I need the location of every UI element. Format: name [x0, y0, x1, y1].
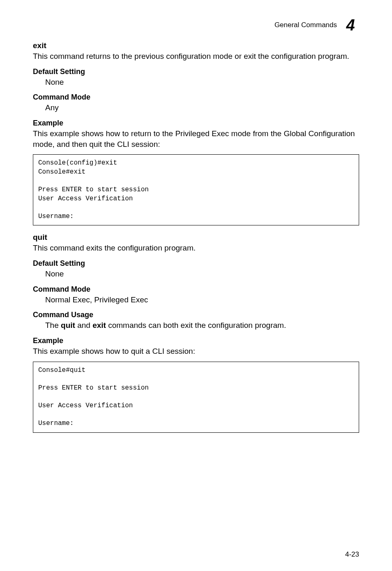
command-mode-heading: Command Mode: [33, 285, 359, 294]
page-header: General Commands 4: [33, 16, 359, 34]
command-usage-heading: Command Usage: [33, 311, 359, 319]
page-container: General Commands 4 exit This command ret…: [0, 0, 392, 571]
command-mode-value: Any: [45, 102, 359, 113]
default-setting-heading: Default Setting: [33, 259, 359, 268]
example-heading: Example: [33, 337, 359, 345]
command-heading-quit: quit: [33, 233, 359, 242]
code-block-exit: Console(config)#exit Console#exit Press …: [33, 154, 359, 225]
chapter-number: 4: [346, 17, 355, 33]
usage-bold-exit: exit: [92, 321, 106, 330]
usage-text-part: and: [75, 321, 92, 330]
chapter-badge: 4: [342, 16, 359, 34]
default-setting-value: None: [45, 77, 359, 88]
usage-bold-quit: quit: [61, 321, 75, 330]
example-intro: This example shows how to quit a CLI ses…: [33, 346, 359, 357]
command-heading-exit: exit: [33, 41, 359, 50]
command-description: This command returns to the previous con…: [33, 51, 359, 62]
default-setting-heading: Default Setting: [33, 67, 359, 76]
usage-text-part: The: [45, 321, 61, 330]
command-mode-value: Normal Exec, Privileged Exec: [45, 295, 359, 305]
page-number: 4-23: [345, 550, 359, 559]
command-mode-heading: Command Mode: [33, 93, 359, 102]
default-setting-value: None: [45, 269, 359, 279]
code-block-quit: Console#quit Press ENTER to start sessio…: [33, 362, 359, 433]
example-heading: Example: [33, 119, 359, 128]
command-description: This command exits the configuration pro…: [33, 243, 359, 253]
usage-text-part: commands can both exit the configuration…: [106, 321, 286, 330]
command-usage-text: The quit and exit commands can both exit…: [45, 320, 359, 331]
section-title: General Commands: [274, 21, 337, 29]
example-intro: This example shows how to return to the …: [33, 128, 359, 149]
